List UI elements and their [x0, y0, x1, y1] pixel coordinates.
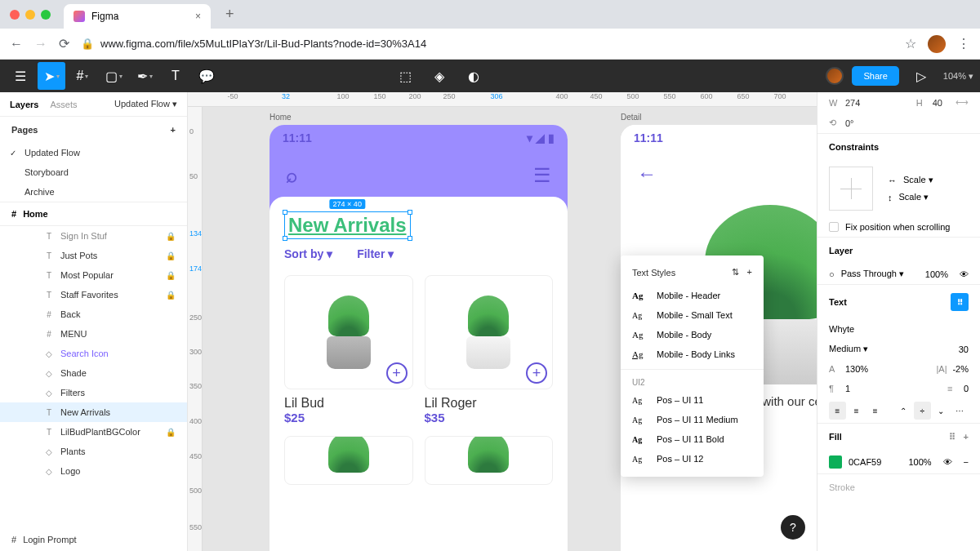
maximize-window[interactable] [41, 10, 51, 20]
text-tool[interactable]: T [162, 62, 189, 90]
frame-item[interactable]: #Login Prompt [0, 528, 187, 551]
product-card[interactable]: + Lil Roger $35 [425, 275, 554, 424]
layer-row[interactable]: TSign In Stuf🔒 [0, 226, 187, 246]
visibility-icon[interactable]: 👁 [943, 457, 952, 467]
new-tab-button[interactable]: + [225, 6, 234, 23]
boolean-tool[interactable]: ◐ [460, 62, 488, 90]
font-weight-dropdown[interactable]: Medium ▾ [829, 344, 868, 354]
minimize-window[interactable] [25, 10, 35, 20]
add-button[interactable]: + [526, 362, 547, 384]
visibility-icon[interactable]: 👁 [960, 269, 969, 279]
link-dimensions-icon[interactable]: ⟷ [956, 97, 969, 108]
add-style-button[interactable]: + [747, 267, 752, 278]
page-item[interactable]: Updated Flow [0, 143, 187, 162]
frame-label[interactable]: Detail [621, 113, 642, 122]
layer-row[interactable]: TJust Pots🔒 [0, 246, 187, 265]
layer-row[interactable]: TMost Popular🔒 [0, 265, 187, 285]
main-menu-button[interactable]: ☰ [7, 62, 34, 90]
sort-by-button[interactable]: Sort by ▾ [284, 247, 332, 260]
component-tool[interactable]: ⬚ [391, 62, 419, 90]
font-size[interactable]: 30 [959, 344, 969, 354]
align-bottom-button[interactable]: ⌄ [933, 402, 950, 420]
more-options-button[interactable]: ⋯ [951, 402, 969, 420]
user-avatar[interactable] [826, 67, 844, 85]
layer-row[interactable]: #MENU [0, 324, 187, 344]
profile-avatar[interactable] [928, 35, 946, 53]
text-style-item[interactable]: AgMobile - Body Links [621, 344, 764, 364]
text-style-item[interactable]: AgPos – UI 11 Bold [621, 429, 764, 449]
add-button[interactable]: + [386, 362, 408, 384]
back-arrow-icon[interactable]: ← [621, 151, 817, 197]
product-card[interactable]: + Lil Bud $25 [284, 275, 413, 424]
selection-box[interactable]: 274 × 40 New Arrivals [284, 211, 411, 239]
layer-row[interactable]: ◇Shade [0, 363, 187, 383]
fill-hex[interactable]: 0CAF59 [849, 457, 881, 467]
canvas[interactable]: -503210015020025030640045050055060065070… [188, 92, 817, 551]
forward-icon[interactable]: → [34, 37, 47, 51]
paragraph-spacing[interactable]: 1 [845, 384, 850, 393]
style-button[interactable]: ⠿ [951, 293, 969, 311]
align-top-button[interactable]: ⌃ [895, 402, 912, 420]
browser-tab[interactable]: Figma × [64, 4, 211, 29]
mask-tool[interactable]: ◈ [425, 62, 453, 90]
hamburger-menu-icon[interactable]: ☰ [533, 164, 551, 187]
align-middle-button[interactable]: ÷ [914, 402, 931, 420]
fill-color-chip[interactable] [829, 455, 842, 469]
layer-row[interactable]: ◇Logo [0, 461, 187, 481]
line-height[interactable]: 130% [845, 364, 868, 374]
font-family[interactable]: Whyte [829, 324, 854, 334]
kebab-menu-icon[interactable]: ⋮ [957, 36, 970, 51]
layer-row[interactable]: ◇Search Icon [0, 344, 187, 363]
text-style-item[interactable]: AgPos – UI 11 Medium [621, 410, 764, 429]
text-style-item[interactable]: AgMobile - Body [621, 325, 764, 344]
close-window[interactable] [10, 10, 20, 20]
back-icon[interactable]: ← [10, 37, 23, 51]
rotation-value[interactable]: 0° [845, 118, 854, 128]
comment-tool[interactable]: 💬 [193, 62, 220, 90]
flow-dropdown[interactable]: Updated Flow ▾ [114, 99, 177, 109]
height-value[interactable]: 40 [933, 98, 942, 108]
text-style-item[interactable]: AgMobile - Small Text [621, 305, 764, 325]
reload-icon[interactable]: ⟳ [59, 36, 69, 51]
fill-opacity[interactable]: 100% [908, 457, 931, 467]
shape-tool[interactable]: ▢▾ [100, 62, 127, 90]
frame-header[interactable]: #Home [0, 202, 187, 226]
new-arrivals-text[interactable]: New Arrivals [288, 214, 407, 236]
v-constraint-dropdown[interactable]: Scale ▾ [899, 192, 929, 202]
text-style-item[interactable]: AgPos – UI 11 [621, 390, 764, 410]
align-left-button[interactable]: ≡ [829, 402, 846, 420]
text-style-item[interactable]: AgMobile - Header [621, 286, 764, 305]
layer-row[interactable]: #Back [0, 304, 187, 324]
opacity-value[interactable]: 100% [925, 269, 948, 279]
settings-icon[interactable]: ⇅ [732, 267, 739, 278]
frame-label[interactable]: Home [270, 113, 292, 122]
search-icon[interactable]: ⌕ [286, 164, 297, 187]
frame-tool[interactable]: #▾ [69, 62, 96, 90]
star-icon[interactable]: ☆ [905, 36, 916, 51]
tab-assets[interactable]: Assets [50, 100, 77, 109]
paragraph-indent[interactable]: 0 [964, 384, 969, 393]
align-right-button[interactable]: ≡ [866, 402, 884, 420]
layer-row[interactable]: ◇Filters [0, 383, 187, 402]
pen-tool[interactable]: ✒▾ [131, 62, 158, 90]
layer-row[interactable]: TStaff Favorites🔒 [0, 285, 187, 304]
page-item[interactable]: Storyboard [0, 162, 187, 182]
add-fill-button[interactable]: + [964, 432, 969, 442]
address-field[interactable]: 🔒 www.figma.com/file/x5MuLtIPlaY3r/Lil-B… [81, 38, 893, 50]
close-tab-icon[interactable]: × [195, 11, 201, 22]
help-button[interactable]: ? [781, 515, 805, 540]
share-button[interactable]: Share [852, 66, 898, 86]
layer-row[interactable]: TLilBudPlantBGColor🔒 [0, 422, 187, 442]
move-tool[interactable]: ➤▾ [38, 62, 65, 90]
present-button[interactable]: ▷ [907, 62, 935, 90]
add-page-button[interactable]: + [171, 125, 176, 135]
frame-home[interactable]: 11:11 ▾◢▮ ⌕ ☰ 274 × 40 New Arrivals Sort… [270, 125, 568, 551]
page-item[interactable]: Archive [0, 182, 187, 202]
text-style-item[interactable]: AgPos – UI 12 [621, 449, 764, 469]
fix-position-checkbox[interactable] [829, 222, 839, 232]
constraint-picker[interactable] [829, 167, 873, 211]
remove-fill-button[interactable]: − [964, 457, 969, 467]
h-constraint-dropdown[interactable]: Scale ▾ [903, 175, 933, 185]
zoom-level[interactable]: 104% ▾ [943, 71, 973, 82]
width-value[interactable]: 274 [845, 98, 860, 108]
